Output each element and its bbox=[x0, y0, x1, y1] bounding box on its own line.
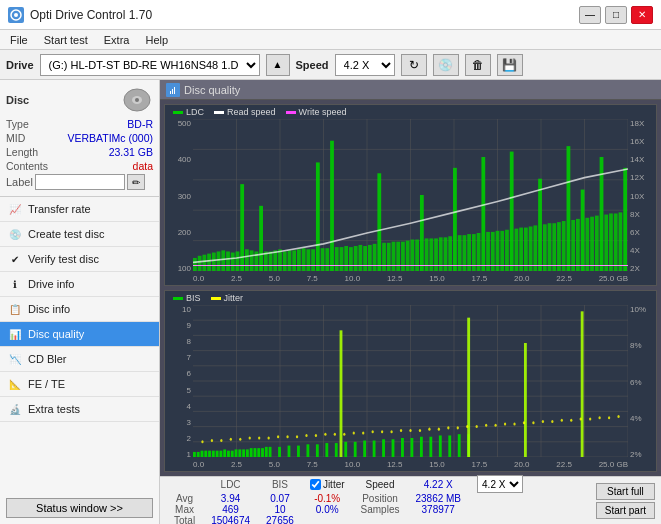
svg-rect-160 bbox=[288, 446, 291, 457]
svg-point-201 bbox=[362, 431, 364, 434]
svg-rect-105 bbox=[571, 220, 575, 271]
svg-rect-166 bbox=[344, 442, 347, 457]
sidebar-item-create-test-disc[interactable]: 💿 Create test disc bbox=[0, 222, 159, 247]
svg-rect-156 bbox=[261, 448, 264, 457]
jitter-checkbox[interactable] bbox=[310, 479, 321, 490]
svg-point-218 bbox=[523, 421, 525, 424]
sidebar-label-disc-info: Disc info bbox=[28, 303, 70, 315]
drive-info-icon: ℹ bbox=[8, 277, 22, 291]
sidebar-item-extra-tests[interactable]: 🔬 Extra tests bbox=[0, 397, 159, 422]
svg-rect-58 bbox=[349, 247, 353, 271]
svg-rect-101 bbox=[552, 223, 556, 271]
sidebar-item-disc-quality[interactable]: 📊 Disc quality bbox=[0, 322, 159, 347]
sidebar-item-verify-test-disc[interactable]: ✔ Verify test disc bbox=[0, 247, 159, 272]
legend-jitter: Jitter bbox=[211, 293, 244, 303]
start-full-button[interactable]: Start full bbox=[596, 483, 655, 500]
svg-rect-25 bbox=[193, 258, 197, 271]
col-speed-select[interactable]: 4.2 X bbox=[469, 475, 531, 493]
minimize-button[interactable]: — bbox=[579, 6, 601, 24]
save-button[interactable]: 💾 bbox=[497, 54, 523, 76]
svg-point-215 bbox=[494, 424, 496, 427]
menu-start-test[interactable]: Start test bbox=[38, 33, 94, 47]
sidebar-label-disc-quality: Disc quality bbox=[28, 328, 84, 340]
chart1-svg bbox=[193, 119, 628, 271]
svg-rect-34 bbox=[236, 251, 240, 271]
svg-rect-149 bbox=[235, 449, 238, 457]
menu-help[interactable]: Help bbox=[139, 33, 174, 47]
disc-button[interactable]: 💿 bbox=[433, 54, 459, 76]
status-window-button[interactable]: Status window >> bbox=[6, 498, 153, 518]
svg-rect-63 bbox=[373, 244, 377, 271]
svg-rect-175 bbox=[429, 437, 432, 457]
chart2-y-left: 10 9 8 7 6 5 4 3 2 1 bbox=[165, 291, 193, 471]
svg-point-190 bbox=[258, 436, 260, 439]
svg-rect-43 bbox=[278, 249, 282, 271]
mid-value: VERBATIMc (000) bbox=[67, 132, 153, 144]
disc-quality-title: Disc quality bbox=[184, 84, 240, 96]
avg-label: Avg bbox=[166, 493, 203, 504]
samples-label: Samples bbox=[353, 504, 408, 515]
sidebar-label-fe-te: FE / TE bbox=[28, 378, 65, 390]
legend-bis-dot bbox=[173, 297, 183, 300]
drive-select[interactable]: (G:) HL-DT-ST BD-RE WH16NS48 1.D3 bbox=[40, 54, 260, 76]
svg-rect-146 bbox=[223, 449, 226, 457]
menu-file[interactable]: File bbox=[4, 33, 34, 47]
sidebar-item-drive-info[interactable]: ℹ Drive info bbox=[0, 272, 159, 297]
create-test-disc-icon: 💿 bbox=[8, 227, 22, 241]
svg-rect-90 bbox=[500, 231, 504, 271]
chart1-y-left: 500 400 300 200 100 bbox=[165, 105, 193, 285]
svg-point-194 bbox=[296, 435, 298, 438]
position-val: 23862 MB bbox=[407, 493, 469, 504]
extra-tests-icon: 🔬 bbox=[8, 402, 22, 416]
svg-rect-153 bbox=[250, 448, 253, 457]
svg-point-227 bbox=[608, 416, 610, 419]
maximize-button[interactable]: □ bbox=[605, 6, 627, 24]
type-value: BD-R bbox=[127, 118, 153, 130]
sidebar-item-transfer-rate[interactable]: 📈 Transfer rate bbox=[0, 197, 159, 222]
start-part-button[interactable]: Start part bbox=[596, 502, 655, 519]
erase-button[interactable]: 🗑 bbox=[465, 54, 491, 76]
svg-point-200 bbox=[353, 431, 355, 434]
sidebar: Disc Type BD-R MID VERBATIMc (000) Leng bbox=[0, 80, 160, 524]
svg-rect-57 bbox=[344, 246, 348, 271]
max-ldc: 469 bbox=[203, 504, 258, 515]
bottom-stats-panel: LDC BIS Jitter Speed 4.22 X bbox=[160, 476, 661, 524]
svg-rect-159 bbox=[278, 447, 281, 457]
legend-write-speed-dot bbox=[286, 111, 296, 114]
cd-bler-icon: 📉 bbox=[8, 352, 22, 366]
svg-rect-155 bbox=[257, 448, 260, 457]
svg-rect-72 bbox=[415, 240, 419, 271]
label-edit-button[interactable]: ✏ bbox=[127, 174, 145, 190]
disc-icon bbox=[121, 86, 153, 114]
svg-rect-170 bbox=[382, 439, 385, 457]
svg-point-217 bbox=[513, 423, 515, 426]
sidebar-item-fe-te[interactable]: 📐 FE / TE bbox=[0, 372, 159, 397]
svg-rect-181 bbox=[467, 318, 470, 457]
svg-rect-158 bbox=[269, 447, 272, 457]
svg-point-211 bbox=[457, 426, 459, 429]
svg-rect-143 bbox=[212, 451, 215, 457]
avg-bis: 0.07 bbox=[258, 493, 302, 504]
svg-rect-93 bbox=[515, 229, 519, 271]
speed-dropdown[interactable]: 4.2 X bbox=[477, 475, 523, 493]
svg-point-198 bbox=[334, 433, 336, 436]
length-row: Length 23.31 GB bbox=[6, 146, 153, 158]
svg-point-191 bbox=[268, 436, 270, 439]
close-button[interactable]: ✕ bbox=[631, 6, 653, 24]
label-input[interactable] bbox=[35, 174, 125, 190]
svg-point-185 bbox=[211, 439, 213, 442]
svg-rect-151 bbox=[242, 449, 245, 457]
svg-rect-142 bbox=[208, 451, 211, 457]
svg-point-196 bbox=[315, 434, 317, 437]
svg-rect-163 bbox=[316, 444, 319, 457]
sidebar-item-disc-info[interactable]: 📋 Disc info bbox=[0, 297, 159, 322]
refresh-button[interactable]: ↻ bbox=[401, 54, 427, 76]
total-ldc: 1504674 bbox=[203, 515, 258, 524]
eject-button[interactable]: ▲ bbox=[266, 54, 290, 76]
sidebar-item-cd-bler[interactable]: 📉 CD Bler bbox=[0, 347, 159, 372]
svg-rect-32 bbox=[226, 251, 230, 271]
svg-rect-106 bbox=[576, 219, 580, 271]
legend-ldc: LDC bbox=[173, 107, 204, 117]
menu-extra[interactable]: Extra bbox=[98, 33, 136, 47]
speed-select[interactable]: 4.2 X bbox=[335, 54, 395, 76]
